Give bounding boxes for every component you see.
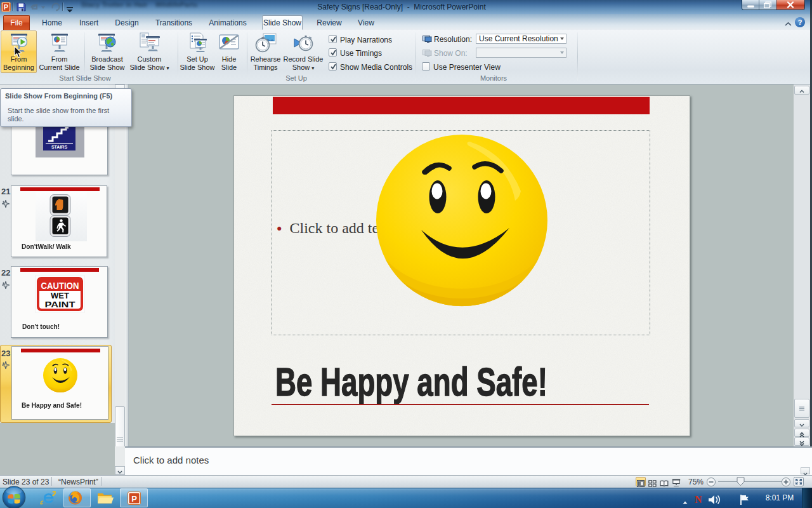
svg-text:P: P [4, 3, 8, 11]
svg-text:WET: WET [51, 291, 69, 300]
svg-text:CAUTION: CAUTION [41, 281, 79, 291]
svg-text:P: P [131, 494, 137, 504]
svg-text:PAINT: PAINT [45, 300, 75, 309]
svg-text:STAIRS: STAIRS [51, 145, 67, 149]
